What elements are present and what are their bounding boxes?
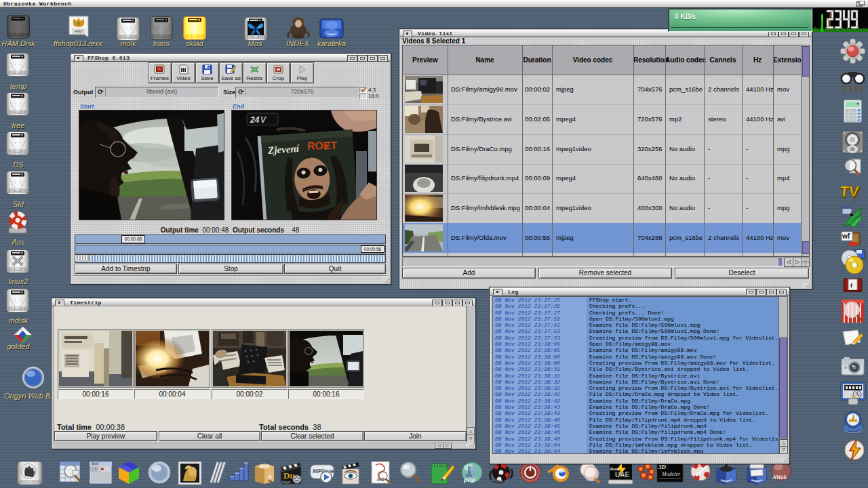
svg-text:3D: 3D	[658, 464, 667, 470]
svg-text:player: player	[281, 480, 291, 484]
svg-text:ROɆT: ROɆT	[307, 140, 338, 152]
svg-text:24: 24	[250, 115, 260, 125]
svg-text:V: V	[260, 115, 267, 125]
svg-text:wf: wf	[842, 232, 850, 240]
svg-text:Zjevení: Zjevení	[267, 143, 301, 156]
svg-text:OS4: OS4	[92, 467, 98, 471]
svg-text:AWeb: AWeb	[772, 474, 787, 481]
svg-text:Shell: Shell	[92, 462, 98, 466]
svg-text:Modeler: Modeler	[661, 471, 681, 477]
svg-text:AREX: AREX	[74, 29, 83, 33]
svg-text:TV: TV	[840, 183, 860, 200]
svg-text:pftp: pftp	[463, 476, 475, 483]
svg-text:UAE: UAE	[615, 471, 629, 479]
